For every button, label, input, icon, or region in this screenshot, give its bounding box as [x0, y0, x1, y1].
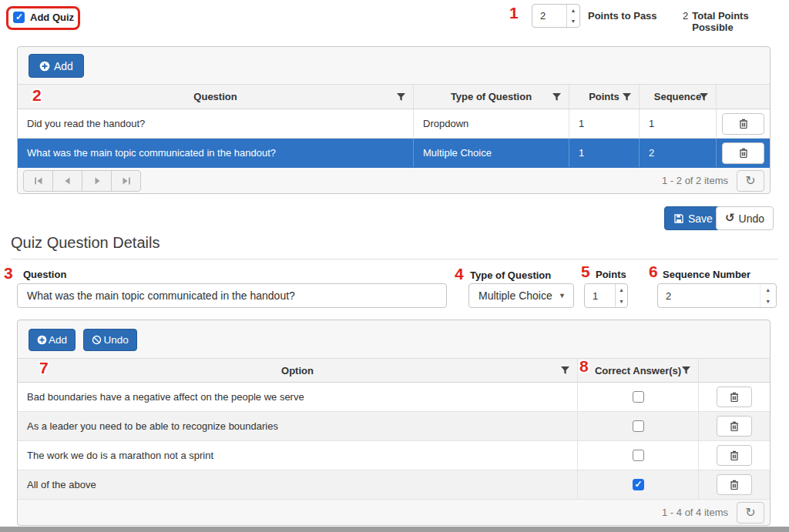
ban-icon — [92, 335, 102, 345]
undo-option-label: Undo — [103, 334, 128, 346]
sequence-spinner: ▲ ▼ — [760, 284, 776, 307]
cell-correct — [577, 470, 698, 499]
save-button[interactable]: Save — [664, 206, 722, 230]
cell-actions — [716, 109, 770, 138]
cell-option[interactable]: All of the above — [18, 470, 577, 499]
cell-question[interactable]: What was the main topic communicated in … — [18, 139, 413, 167]
points-input[interactable] — [585, 284, 615, 307]
delete-option-button[interactable] — [717, 474, 752, 495]
add-question-button[interactable]: Add — [29, 54, 84, 78]
delete-question-button[interactable] — [722, 142, 764, 164]
trash-icon — [729, 420, 740, 432]
points-to-pass-input[interactable] — [532, 5, 566, 27]
cell-option[interactable]: The work we do is a marathon not a sprin… — [18, 441, 577, 470]
option-row-3[interactable]: The work we do is a marathon not a sprin… — [18, 441, 770, 470]
section-title: Quiz Question Details — [11, 234, 159, 252]
filter-icon[interactable] — [699, 92, 709, 102]
cell-sequence[interactable]: 1 — [639, 109, 716, 138]
refresh-button[interactable]: ↻ — [737, 170, 764, 192]
question-field-label: Question — [23, 269, 66, 280]
options-grid-header: Option Correct Answer(s) — [18, 359, 770, 383]
type-of-question-value: Multiple Choice — [478, 289, 552, 302]
spinner-down-icon[interactable]: ▼ — [567, 16, 579, 28]
cell-option[interactable]: Bad boundaries have a negative affect on… — [18, 383, 577, 411]
delete-option-button[interactable] — [717, 445, 752, 466]
annotation-6: 6 — [649, 263, 658, 281]
column-header-type[interactable]: Type of Question — [413, 85, 569, 109]
column-header-actions — [716, 85, 770, 109]
filter-icon[interactable] — [552, 92, 562, 102]
cell-points[interactable]: 1 — [569, 109, 639, 138]
column-header-question-label: Question — [193, 91, 237, 102]
filter-icon[interactable] — [560, 366, 570, 376]
cell-question[interactable]: Did you read the handout? — [18, 109, 413, 138]
bottom-edge-bar — [0, 527, 789, 532]
cell-option[interactable]: As a leader you need to be able to recog… — [18, 412, 577, 440]
correct-answer-checkbox[interactable] — [633, 479, 644, 490]
cell-sequence[interactable]: 2 — [639, 139, 716, 167]
column-header-option-label: Option — [281, 365, 314, 376]
delete-question-button[interactable] — [722, 113, 764, 135]
spinner-down-icon[interactable]: ▼ — [616, 296, 627, 307]
delete-option-button[interactable] — [717, 386, 752, 407]
undo-button[interactable]: ↺ Undo — [716, 206, 774, 230]
total-points-value: 2 — [683, 10, 688, 33]
cell-type[interactable]: Multiple Choice — [413, 139, 569, 167]
option-row-1[interactable]: Bad boundaries have a negative affect on… — [18, 383, 770, 412]
add-option-button[interactable]: Add — [29, 329, 76, 351]
spinner-down-icon[interactable]: ▼ — [760, 296, 776, 307]
undo-label: Undo — [739, 212, 764, 225]
column-header-question[interactable]: Question — [18, 85, 413, 109]
spinner-up-icon[interactable]: ▲ — [616, 284, 627, 296]
correct-answer-checkbox[interactable] — [633, 420, 644, 432]
trash-icon — [729, 391, 740, 403]
column-header-sequence-label: Sequence — [654, 91, 701, 102]
pager-next-icon[interactable] — [82, 170, 112, 192]
correct-answer-checkbox[interactable] — [633, 391, 644, 403]
filter-icon[interactable] — [396, 92, 406, 102]
column-header-points[interactable]: Points — [569, 85, 639, 109]
total-points-label: Total Points Possible — [692, 10, 789, 33]
type-of-question-select[interactable]: Multiple Choice ▼ — [468, 283, 574, 308]
points-to-pass-stepper: ▲ ▼ — [532, 4, 580, 28]
cell-type[interactable]: Dropdown — [413, 109, 569, 138]
spinner-up-icon[interactable]: ▲ — [760, 284, 776, 296]
column-header-sequence[interactable]: Sequence — [639, 85, 716, 109]
filter-icon[interactable] — [681, 366, 691, 376]
trash-icon — [729, 479, 740, 490]
options-grid-toolbar: Add Undo — [18, 320, 770, 359]
annotation-3: 3 — [4, 264, 13, 283]
plus-circle-icon — [37, 335, 47, 345]
question-row-1[interactable]: Did you read the handout? Dropdown 1 1 — [18, 109, 770, 139]
delete-option-button[interactable] — [717, 416, 752, 437]
quiz-questions-grid: Add Question Type of Question Points Seq… — [17, 46, 771, 194]
option-row-4[interactable]: All of the above — [18, 470, 770, 500]
cell-points[interactable]: 1 — [569, 139, 639, 167]
add-option-label: Add — [49, 334, 67, 346]
question-input[interactable] — [17, 283, 447, 308]
section-divider — [11, 259, 778, 259]
spinner-up-icon[interactable]: ▲ — [567, 5, 579, 16]
column-header-option[interactable]: Option — [18, 359, 577, 382]
undo-option-button[interactable]: Undo — [83, 329, 136, 351]
pager-first-icon[interactable] — [23, 170, 53, 192]
add-question-label: Add — [54, 60, 73, 72]
pager-prev-icon[interactable] — [52, 170, 82, 192]
save-icon — [673, 213, 684, 224]
add-quiz-checkbox[interactable] — [13, 12, 25, 23]
question-row-2[interactable]: What was the main topic communicated in … — [18, 139, 770, 168]
refresh-button[interactable]: ↻ — [737, 502, 764, 524]
answer-options-grid: Add Undo Option Correct Answer(s) Bad bo… — [17, 320, 771, 526]
pager-last-icon[interactable] — [111, 170, 141, 192]
column-header-correct-label: Correct Answer(s) — [595, 365, 681, 376]
chevron-down-icon: ▼ — [559, 292, 566, 299]
option-row-2[interactable]: As a leader you need to be able to recog… — [18, 412, 770, 441]
filter-icon[interactable] — [622, 92, 632, 102]
column-header-actions — [698, 359, 770, 382]
column-header-correct[interactable]: Correct Answer(s) — [577, 359, 698, 382]
sequence-input[interactable] — [658, 284, 760, 307]
cell-actions — [698, 383, 770, 411]
cell-actions — [698, 412, 770, 440]
points-to-pass-label: Points to Pass — [588, 10, 657, 22]
correct-answer-checkbox[interactable] — [633, 450, 644, 461]
